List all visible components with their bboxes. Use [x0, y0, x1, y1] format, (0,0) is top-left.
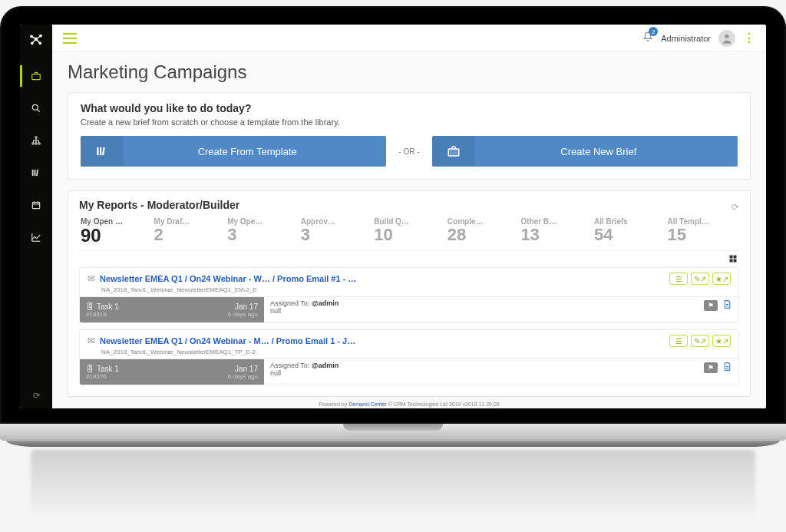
- task-name: Task 1: [97, 302, 119, 311]
- svg-rect-19: [32, 203, 39, 209]
- tab-label: My Ope…: [227, 217, 295, 226]
- task-assigned: Assigned To: @adminnull: [270, 362, 339, 377]
- action-open-icon[interactable]: ★↗: [712, 335, 731, 347]
- menu-toggle-icon[interactable]: [63, 33, 77, 44]
- create-template-label: Create From Template: [124, 146, 386, 157]
- report-tab[interactable]: All Templ…15: [666, 216, 740, 250]
- tab-label: My Draf…: [154, 217, 222, 226]
- report-tab[interactable]: My Open …90: [79, 216, 153, 250]
- archive-icon: 🗄: [86, 302, 94, 311]
- document-icon[interactable]: [722, 299, 732, 312]
- action-list-icon[interactable]: ☰: [669, 273, 688, 285]
- page-title: Marketing Campaigns: [68, 61, 751, 83]
- svg-point-15: [38, 143, 40, 144]
- or-separator: - OR -: [398, 147, 419, 156]
- briefs-list: ✉ Newsletter EMEA Q1 / On24 Webinar - W……: [79, 267, 739, 385]
- laptop-base: [0, 424, 786, 441]
- svg-rect-31: [734, 256, 737, 259]
- action-edit-icon[interactable]: ✎↗: [691, 273, 709, 285]
- page-content: Marketing Campaigns What would you like …: [52, 52, 766, 408]
- svg-point-14: [35, 143, 37, 144]
- svg-rect-18: [36, 170, 38, 176]
- grid-view-icon[interactable]: [79, 251, 739, 267]
- user-name-label[interactable]: Administrator: [661, 34, 711, 43]
- svg-line-6: [33, 40, 36, 43]
- nav-hierarchy-icon[interactable]: [20, 130, 52, 151]
- svg-line-8: [37, 40, 40, 43]
- nav-analytics-icon[interactable]: [20, 226, 52, 248]
- brief-title-link[interactable]: Newsletter EMEA Q1 / On24 Webinar - M… /…: [100, 336, 665, 345]
- footer-link[interactable]: Demand.Center: [348, 401, 386, 407]
- tab-count: 3: [227, 226, 295, 244]
- mail-icon: ✉: [88, 335, 95, 346]
- laptop-screen: ⟳ 2 Administrator: [0, 6, 786, 424]
- brief-title-link[interactable]: Newsletter EMEA Q1 / On24 Webinar - W… /…: [100, 274, 665, 283]
- svg-rect-28: [102, 147, 105, 156]
- svg-rect-17: [35, 170, 36, 176]
- laptop-notch: [343, 424, 443, 431]
- action-edit-icon[interactable]: ✎↗: [691, 335, 709, 347]
- task-row: 🗄Task 1 Jan 17 #18376 6 days ago Assigne…: [80, 359, 738, 385]
- report-tab[interactable]: My Ope…3: [226, 216, 299, 250]
- tab-count: 3: [301, 226, 368, 244]
- app-window: ⟳ 2 Administrator: [20, 25, 766, 408]
- task-name: Task 1: [97, 365, 119, 373]
- briefcase-icon: [432, 136, 475, 167]
- nav-library-icon[interactable]: [20, 162, 52, 183]
- report-tabs: My Open …90My Draf…2My Ope…3Approv…3Buil…: [79, 216, 739, 251]
- nav-settings-icon[interactable]: ⟳: [33, 391, 40, 401]
- svg-point-12: [35, 137, 37, 138]
- svg-rect-29: [448, 149, 459, 156]
- brief-subtitle: NA_2018_TandL_Webinar_NewsletterEMEAQ1_E…: [80, 286, 738, 296]
- library-icon: [81, 136, 124, 167]
- tab-count: 28: [447, 226, 515, 244]
- footer: Powered by Demand.Center © CRM Technolog…: [68, 397, 751, 408]
- flag-icon[interactable]: ⚑: [704, 300, 718, 311]
- action-list-icon[interactable]: ☰: [669, 335, 688, 347]
- notifications-icon[interactable]: 2: [642, 31, 653, 45]
- nav-briefcase-icon[interactable]: [20, 65, 52, 87]
- task-summary[interactable]: 🗄Task 1 Jan 17 #18419 6 days ago: [80, 297, 264, 322]
- laptop-frame: ⟳ 2 Administrator: [0, 6, 786, 519]
- document-icon[interactable]: [722, 362, 732, 374]
- user-avatar-icon[interactable]: [718, 30, 735, 47]
- tab-count: 10: [374, 226, 441, 244]
- create-new-brief-button[interactable]: Create New Brief: [432, 136, 738, 167]
- refresh-icon[interactable]: ⟳: [732, 202, 739, 213]
- report-tab[interactable]: Approv…3: [299, 216, 373, 250]
- reflection: [31, 450, 755, 519]
- tab-label: Approv…: [301, 217, 368, 226]
- nav-calendar-icon[interactable]: [20, 194, 52, 216]
- task-assigned: Assigned To: @adminnull: [270, 299, 339, 315]
- report-tab[interactable]: Build Q…10: [372, 216, 446, 250]
- flag-icon[interactable]: ⚑: [704, 362, 718, 373]
- brief-item: ✉ Newsletter EMEA Q1 / On24 Webinar - M……: [79, 329, 739, 385]
- svg-point-13: [32, 143, 34, 144]
- task-age: 6 days ago: [228, 311, 258, 318]
- tab-count: 90: [81, 226, 148, 246]
- laptop-edge: [6, 441, 780, 447]
- quick-actions-heading: What would you like to do today?: [81, 102, 738, 114]
- more-menu-icon[interactable]: ⋮: [743, 31, 755, 45]
- nav-search-icon[interactable]: [20, 97, 52, 119]
- report-tab[interactable]: Other B…13: [519, 216, 593, 250]
- svg-point-25: [725, 34, 728, 38]
- reports-card: My Reports - Moderator/Builder ⟳ My Open…: [68, 190, 751, 397]
- report-tab[interactable]: Comple…28: [446, 216, 520, 250]
- svg-rect-32: [730, 259, 733, 263]
- task-summary[interactable]: 🗄Task 1 Jan 17 #18376 6 days ago: [80, 359, 264, 385]
- action-open-icon[interactable]: ★↗: [712, 273, 731, 285]
- svg-rect-33: [734, 259, 737, 263]
- svg-rect-30: [730, 256, 733, 259]
- svg-line-11: [38, 110, 40, 112]
- svg-rect-27: [100, 147, 101, 156]
- svg-line-4: [37, 36, 41, 38]
- create-from-template-button[interactable]: Create From Template: [81, 136, 386, 167]
- archive-icon: 🗄: [86, 365, 94, 373]
- report-tab[interactable]: All Briefs54: [593, 216, 666, 250]
- task-date: Jan 17: [235, 365, 258, 373]
- tab-count: 13: [520, 226, 588, 244]
- tab-count: 2: [154, 226, 222, 244]
- report-tab[interactable]: My Draf…2: [153, 216, 226, 250]
- svg-rect-16: [32, 170, 34, 176]
